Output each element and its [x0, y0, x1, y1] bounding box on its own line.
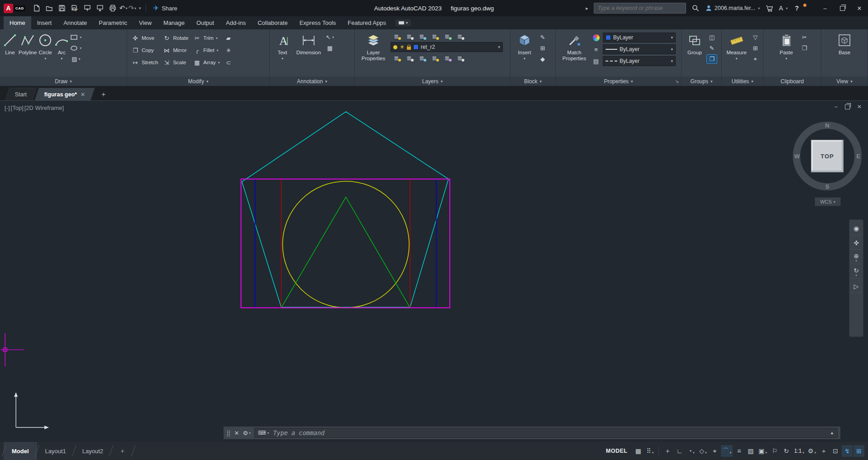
layer-properties-button[interactable]: Layer Properties	[357, 31, 390, 76]
tab-collaborate[interactable]: Collaborate	[252, 16, 294, 29]
clean-screen-button[interactable]: ⊞	[854, 445, 864, 457]
viewcube-west[interactable]: W	[794, 153, 800, 160]
plot-button[interactable]	[107, 2, 119, 14]
groups-panel-label[interactable]: Groups▾	[682, 76, 721, 86]
linetype-icon[interactable]: ▤	[591, 58, 601, 65]
command-line-bar[interactable]: ⣿ ✕ ⚙▾ ⌨▾ Type a command ▲	[223, 426, 841, 440]
create-block-button[interactable]: ⊞	[537, 43, 548, 53]
arc-caret-icon[interactable]: ▾	[61, 57, 62, 61]
drawing-triangle[interactable]	[281, 197, 410, 308]
search-expand-icon[interactable]: ▸	[586, 5, 588, 11]
open-drawing-button[interactable]	[43, 2, 55, 14]
new-drawing-button[interactable]	[31, 2, 43, 14]
command-grip-icon[interactable]: ⣿	[226, 430, 231, 436]
circle-caret-icon[interactable]: ▾	[44, 57, 46, 61]
close-tab-icon[interactable]: ✕	[81, 91, 85, 98]
layer-dropdown-caret-icon[interactable]: ▾	[498, 45, 500, 49]
stretch-button[interactable]: ↦Stretch	[129, 57, 160, 68]
model-space-indicator[interactable]: MODEL	[606, 448, 628, 454]
annotation-monitor-button[interactable]: ＋	[818, 445, 829, 457]
command-close-icon[interactable]: ✕	[234, 430, 239, 436]
ucs-icon[interactable]	[14, 392, 49, 429]
viewcube[interactable]: N S W E TOP	[793, 122, 862, 190]
viewport-close-icon[interactable]: ✕	[857, 104, 862, 110]
autocad-logo[interactable]: A CAD	[4, 4, 25, 13]
tab-annotate[interactable]: Annotate	[57, 16, 93, 29]
layer-lock-button[interactable]: ≣	[429, 32, 440, 41]
search-input[interactable]	[597, 5, 683, 12]
tab-home[interactable]: Home	[4, 16, 31, 29]
dimension-button[interactable]: Dimension	[294, 31, 324, 76]
ungroup-button[interactable]: ◫	[706, 33, 717, 42]
quick-calculator-button[interactable]: ⊞	[750, 43, 761, 53]
lineweight-button[interactable]: ≡	[734, 445, 744, 457]
file-tab-active[interactable]: figuras geo* ✕	[35, 88, 95, 100]
erase-button[interactable]: ▰	[223, 32, 234, 44]
paste-caret-icon[interactable]: ▾	[785, 57, 787, 61]
annotation-scale-button[interactable]: 1:1▾	[793, 445, 806, 457]
trim-caret-icon[interactable]: ▾	[216, 36, 218, 40]
search-icon[interactable]	[692, 4, 700, 12]
new-tab-button[interactable]: ＋	[93, 88, 113, 100]
infer-constraints-button[interactable]: +	[662, 445, 673, 457]
viewport-visual-style-menu[interactable]: [2D Wireframe]	[24, 104, 64, 111]
layout-tab-model[interactable]: Model	[4, 442, 37, 460]
table-button[interactable]: ▦	[324, 43, 335, 53]
undo-caret-icon[interactable]: ▾	[125, 6, 127, 10]
object-snap-tracking-button[interactable]: ⌖	[709, 445, 720, 457]
redo-button[interactable]: ↷▾	[128, 4, 136, 12]
drawing-circle[interactable]	[282, 181, 409, 308]
command-prompt-icon[interactable]: ⌨▾	[258, 430, 269, 436]
layer-unisolate-button[interactable]: ≣	[403, 53, 415, 62]
layer-thaw-button[interactable]: ≣	[416, 53, 428, 62]
viewcube-top-face[interactable]: TOP	[811, 140, 844, 172]
layer-dropdown[interactable]: ☀ ret_r2 ▾	[391, 42, 503, 52]
file-tab-start[interactable]: Start	[5, 88, 37, 100]
layer-unlock-button[interactable]: ≣	[429, 53, 440, 62]
utilities-panel-label[interactable]: Utilities▾	[722, 76, 763, 86]
annotation-panel-label[interactable]: Annotation▾	[270, 76, 354, 86]
lineweight-dropdown[interactable]: ByLayer ▾	[603, 44, 676, 54]
trim-button[interactable]: ✂Trim▾	[191, 32, 222, 44]
layer-walk-button[interactable]: ≣	[454, 53, 466, 62]
selection-cycling-button[interactable]: ▣▾	[757, 445, 768, 457]
quick-select-button[interactable]: ▽	[750, 33, 761, 42]
lasso-select-button[interactable]: ⊂	[223, 57, 234, 68]
properties-dialog-launcher-icon[interactable]: ↘	[675, 79, 679, 84]
drawing-viewport[interactable]: [-] [Top] [2D Wireframe] – ✕ N S W E TOP…	[0, 100, 868, 442]
scale-button[interactable]: ⇲Scale	[161, 57, 190, 68]
fillet-button[interactable]: ╭Fillet▾	[191, 44, 222, 56]
arc-button[interactable]: Arc ▾	[54, 31, 69, 76]
group-edit-button[interactable]: ✎	[706, 43, 717, 53]
grid-display-button[interactable]: ▦	[633, 445, 644, 457]
properties-panel-label[interactable]: Properties▾ ↘	[556, 76, 681, 86]
ellipse-tool-button[interactable]: ▾	[70, 43, 81, 53]
cart-icon[interactable]	[765, 4, 773, 12]
rectangle-tool-button[interactable]: ▾	[70, 33, 81, 42]
annotation-visibility-button[interactable]: ⚐	[769, 445, 780, 457]
block-attributes-button[interactable]: ◆	[537, 54, 548, 64]
layer-on-bulb-icon[interactable]	[393, 45, 397, 49]
autoscale-button[interactable]: ↻	[781, 445, 792, 457]
copy-button[interactable]: ❐Copy	[129, 44, 160, 56]
object-color-dropdown[interactable]: ByLayer ▾	[603, 33, 676, 43]
modify-panel-label[interactable]: Modify▾	[127, 76, 269, 86]
workspace-switching-caret-icon[interactable]: ▾	[814, 451, 816, 455]
redo-caret-icon[interactable]: ▾	[134, 6, 136, 10]
explode-button[interactable]: ✳	[223, 44, 234, 56]
restore-button[interactable]	[834, 0, 851, 16]
line-button[interactable]: Line	[2, 31, 18, 76]
circle-button[interactable]: Circle ▾	[38, 31, 53, 76]
drawing-canvas[interactable]	[0, 101, 868, 442]
tab-featured-apps[interactable]: Featured Apps	[342, 16, 392, 29]
layer-lock-icon[interactable]	[407, 47, 411, 50]
polar-tracking-button[interactable]: ◔▾	[686, 445, 696, 457]
measure-button[interactable]: Measure ▾	[724, 31, 749, 76]
zoom-button[interactable]: ⊕▾	[850, 251, 862, 264]
orbit-button[interactable]: ↻▾	[850, 266, 862, 279]
block-panel-label[interactable]: Block▾	[510, 76, 555, 86]
layer-on-button[interactable]: ≣	[391, 53, 402, 62]
copy-clip-button[interactable]: ❐	[799, 43, 810, 53]
layer-match-button[interactable]: ≣	[454, 32, 466, 41]
tab-insert[interactable]: Insert	[31, 16, 58, 29]
